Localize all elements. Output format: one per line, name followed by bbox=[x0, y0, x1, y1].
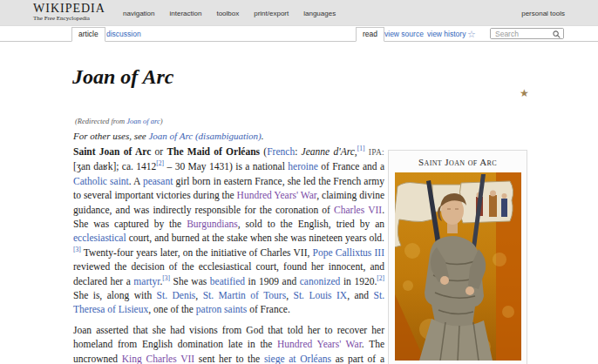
text-link[interactable]: patron saints bbox=[196, 304, 247, 314]
text-span: IPA: bbox=[369, 148, 384, 157]
reference-link[interactable]: [3] bbox=[162, 274, 170, 282]
infobox-title: Saint Joan of Arc bbox=[389, 151, 527, 172]
text-span: Saint Joan of Arc bbox=[73, 146, 151, 157]
joan-of-arc-painting[interactable] bbox=[395, 172, 521, 361]
reference-link[interactable]: [2] bbox=[156, 160, 164, 168]
text-link[interactable]: Catholic saint bbox=[73, 176, 129, 186]
text-link[interactable]: Pope Callixtus III bbox=[313, 247, 384, 258]
header-menus: navigation interaction toolbox print/exp… bbox=[123, 0, 336, 26]
menu-languages[interactable]: languages bbox=[303, 10, 336, 17]
text-span: She was bbox=[170, 276, 210, 286]
text-span: She is, along with bbox=[73, 290, 157, 300]
text-link[interactable]: King Charles VII bbox=[122, 354, 194, 364]
text-span: sent her to the bbox=[194, 354, 264, 364]
text-span: of France. bbox=[247, 304, 290, 314]
text-span: . A bbox=[129, 176, 143, 186]
menu-navigation[interactable]: navigation bbox=[123, 10, 154, 17]
text-span: Twenty-four years later, on the initiati… bbox=[81, 247, 313, 258]
reference-link[interactable]: [3] bbox=[73, 246, 81, 253]
article-body: Saint Joan of Arc or The Maid of Orléans… bbox=[73, 145, 384, 364]
text-link[interactable]: ecclesiastical bbox=[73, 233, 126, 243]
wikipedia-logo[interactable]: WIKIPEDIA The Free Encyclopedia bbox=[33, 3, 105, 22]
reference-link[interactable]: [2] bbox=[377, 274, 384, 282]
text-span: , one of the bbox=[148, 304, 196, 314]
tab-read[interactable]: read bbox=[356, 27, 384, 42]
menu-toolbox[interactable]: toolbox bbox=[216, 10, 239, 17]
text-span: . bbox=[262, 131, 264, 141]
tab-article[interactable]: article bbox=[71, 27, 105, 42]
logo-title: WIKIPEDIA bbox=[33, 3, 105, 16]
tab-view-source[interactable]: view source bbox=[384, 30, 424, 38]
text-span: – 30 May 1431) is a national bbox=[164, 161, 288, 172]
text-link[interactable]: St. Martin of Tours bbox=[203, 290, 287, 300]
text-link[interactable]: St. Louis IX bbox=[293, 290, 347, 300]
menu-personal-tools[interactable]: personal tools bbox=[521, 10, 565, 17]
text-span: in 1920. bbox=[340, 276, 377, 286]
text-link[interactable]: Joan of Arc (disambiguation) bbox=[148, 131, 261, 141]
text-span: ( bbox=[260, 146, 267, 157]
text-link[interactable]: beatified bbox=[210, 276, 245, 286]
text-link[interactable]: Joan of arc bbox=[126, 117, 160, 125]
watchlist-star-icon[interactable]: ☆ bbox=[467, 29, 476, 40]
text-link[interactable]: heroine bbox=[288, 161, 317, 172]
top-bar: WIKIPEDIA The Free Encyclopedia navigati… bbox=[0, 0, 598, 26]
text-span: (Redirected from bbox=[75, 117, 126, 125]
tab-bar: article discussion read view source view… bbox=[0, 26, 598, 42]
text-link[interactable]: French bbox=[267, 146, 295, 157]
tab-view-history[interactable]: view history bbox=[427, 30, 465, 38]
redirect-note: (Redirected from Joan of arc) bbox=[75, 117, 163, 125]
page-title: Joan of Arc bbox=[72, 65, 173, 89]
text-span: , sold to the English, tried by an bbox=[238, 219, 384, 229]
text-span: court, and burned at the stake when she … bbox=[126, 233, 384, 243]
paragraph-lead: Saint Joan of Arc or The Maid of Orléans… bbox=[73, 145, 384, 317]
text-link[interactable]: Burgundians bbox=[187, 219, 238, 229]
text-span: , bbox=[195, 290, 202, 300]
text-span: : bbox=[295, 146, 301, 157]
text-span: in 1909 and bbox=[245, 276, 300, 286]
text-span: For other uses, see bbox=[73, 131, 148, 141]
search-icon[interactable] bbox=[553, 30, 561, 38]
search-box bbox=[490, 28, 564, 39]
text-link[interactable]: martyr bbox=[133, 276, 160, 286]
hatnote: For other uses, see Joan of Arc (disambi… bbox=[73, 131, 263, 141]
text-span: ) bbox=[160, 117, 163, 125]
text-link[interactable]: siege at Orléans bbox=[264, 354, 331, 364]
tab-discussion[interactable]: discussion bbox=[106, 30, 141, 38]
text-span: or bbox=[151, 146, 166, 157]
text-link[interactable]: peasant bbox=[143, 176, 173, 186]
text-span: [ʒan daʁk]; ca. 1412 bbox=[73, 161, 156, 172]
text-span: , and bbox=[347, 290, 373, 300]
text-span: Jeanne d'Arc bbox=[302, 146, 355, 157]
text-link[interactable]: Hundred Years' War bbox=[237, 190, 317, 200]
text-link[interactable]: Hundred Years' War bbox=[277, 339, 362, 349]
paragraph-visions: Joan asserted that she had visions from … bbox=[73, 323, 384, 364]
featured-article-star-icon[interactable]: ★ bbox=[520, 87, 529, 99]
logo-tagline: The Free Encyclopedia bbox=[33, 16, 105, 22]
text-link[interactable]: canonized bbox=[300, 276, 341, 286]
menu-print-export[interactable]: print/export bbox=[254, 10, 289, 17]
text-span: of France and a bbox=[318, 161, 384, 172]
infobox: Saint Joan of Arc bbox=[388, 150, 527, 364]
text-span: The Maid of Orléans bbox=[166, 146, 260, 157]
text-link[interactable]: St. Denis bbox=[157, 290, 196, 300]
text-link[interactable]: Charles VII bbox=[334, 205, 382, 215]
menu-interaction[interactable]: interaction bbox=[169, 10, 201, 17]
